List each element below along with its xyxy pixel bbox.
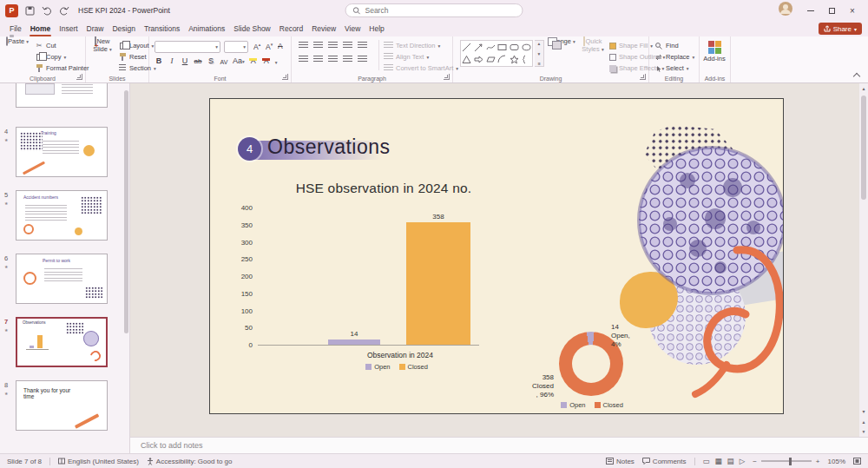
gallery-up-icon[interactable]: ▴	[538, 41, 541, 46]
menu-tab-file[interactable]: File	[5, 21, 26, 36]
shape-line-icon[interactable]	[461, 41, 473, 54]
slide-thumbnail-4[interactable]: Training	[16, 127, 108, 177]
powerpoint-app-icon[interactable]: P	[5, 4, 18, 17]
replace-button[interactable]: Replace ▾	[654, 51, 694, 63]
language-selector[interactable]: English (United States)	[58, 458, 139, 465]
select-button[interactable]: Select ▾	[654, 63, 694, 74]
menu-tab-view[interactable]: View	[340, 21, 365, 36]
collapse-ribbon-button[interactable]	[853, 72, 860, 79]
shape-triangle-icon[interactable]	[461, 54, 473, 67]
menu-tab-insert[interactable]: Insert	[55, 21, 82, 36]
decrease-indent-button[interactable]	[328, 42, 338, 49]
slide-thumbnail-partial[interactable]	[16, 83, 108, 108]
share-button[interactable]: Share ▾	[819, 23, 862, 35]
menu-tab-transitions[interactable]: Transitions	[140, 21, 184, 36]
notes-placeholder[interactable]: Click to add notes	[141, 441, 203, 450]
slide-title[interactable]: Observations	[267, 135, 391, 159]
bar-closed[interactable]	[406, 222, 470, 345]
notes-pane[interactable]: Click to add notes	[130, 437, 868, 453]
font-color-button[interactable]: A	[262, 57, 271, 65]
drawing-dialog-launcher-icon[interactable]	[640, 74, 646, 80]
slide-thumbnail-list[interactable]: Training 4★ Accident numbers 5★ Permit t…	[0, 83, 130, 453]
bar-chart-title[interactable]: HSE observation in 2024 no.	[262, 181, 505, 196]
slide-indicator[interactable]: Slide 7 of 8	[7, 458, 42, 465]
align-text-button[interactable]: Align Text ▾	[384, 51, 458, 63]
increase-indent-button[interactable]	[343, 42, 352, 49]
shape-arc-icon[interactable]	[496, 54, 509, 67]
slide-thumbnail-5[interactable]: Accident numbers	[16, 190, 108, 241]
highlight-color-button[interactable]: A	[249, 57, 258, 65]
shape-rounded-rectangle-icon[interactable]	[509, 41, 521, 54]
slide-thumbnail-6[interactable]: Permit to work	[16, 254, 108, 304]
format-painter-button[interactable]: Format Painter	[35, 63, 89, 74]
align-left-button[interactable]	[299, 56, 308, 63]
normal-view-button[interactable]: ▭	[703, 457, 710, 465]
shape-parallelogram-icon[interactable]	[484, 54, 496, 67]
zoom-level[interactable]: 105%	[828, 458, 845, 465]
font-dialog-launcher-icon[interactable]	[282, 74, 288, 80]
menu-tab-animations[interactable]: Animations	[184, 21, 229, 36]
menu-tab-draw[interactable]: Draw	[82, 21, 108, 36]
shape-squiggle-icon[interactable]	[484, 41, 496, 54]
find-button[interactable]: Find	[654, 40, 694, 51]
zoom-in-button[interactable]: +	[816, 458, 820, 465]
shapes-gallery[interactable]	[460, 40, 533, 67]
undo-button[interactable]	[42, 6, 52, 16]
columns-button[interactable]	[358, 56, 367, 63]
line-spacing-button[interactable]	[358, 42, 367, 49]
menu-tab-record[interactable]: Record	[275, 21, 307, 36]
paragraph-dialog-launcher-icon[interactable]	[444, 74, 450, 80]
slide-sorter-view-button[interactable]: ▦	[715, 457, 722, 465]
close-button[interactable]: ×	[842, 2, 863, 19]
clear-formatting-button[interactable]: A	[278, 42, 283, 50]
decrease-font-size-button[interactable]: A▾	[266, 42, 273, 51]
shape-ellipse-icon[interactable]	[520, 41, 532, 54]
search-box[interactable]	[345, 3, 523, 17]
slideshow-button[interactable]: ▷	[740, 457, 746, 465]
next-slide-button[interactable]: ▼	[859, 429, 868, 434]
scroll-down-icon[interactable]: ▾	[859, 408, 868, 414]
align-right-button[interactable]	[328, 56, 338, 63]
shapes-gallery-scroll[interactable]: ▴ ▾ ≡	[535, 40, 544, 67]
search-input[interactable]	[365, 6, 516, 15]
menu-tab-review[interactable]: Review	[307, 21, 340, 36]
scrollbar-thumb[interactable]	[861, 96, 866, 200]
scroll-up-icon[interactable]: ▴	[859, 85, 868, 91]
new-slide-button[interactable]: New Slide ▾	[88, 38, 117, 76]
gallery-more-icon[interactable]: ≡	[537, 61, 540, 66]
minimize-button[interactable]	[800, 2, 821, 19]
character-spacing-button[interactable]: AV	[220, 59, 228, 65]
shape-rectangle-icon[interactable]	[496, 41, 509, 54]
convert-to-smartart-button[interactable]: Convert to SmartArt ▾	[384, 63, 458, 74]
gallery-down-icon[interactable]: ▾	[538, 51, 541, 56]
paste-button[interactable]: Paste ▾	[3, 38, 32, 76]
reading-view-button[interactable]: ▤	[727, 457, 734, 465]
menu-tab-design[interactable]: Design	[108, 21, 139, 36]
slide-thumbnail-7[interactable]: Observations	[16, 317, 108, 367]
thumbnail-panel-scrollbar[interactable]	[124, 90, 128, 333]
previous-slide-button[interactable]: ▲	[859, 419, 868, 425]
clipboard-dialog-launcher-icon[interactable]	[76, 74, 82, 80]
redo-button[interactable]	[59, 6, 69, 16]
menu-tab-home[interactable]: Home	[26, 21, 56, 36]
user-avatar[interactable]	[779, 2, 792, 19]
italic-button[interactable]: I	[168, 56, 176, 65]
bar-open[interactable]	[328, 339, 380, 345]
increase-font-size-button[interactable]: A▴	[253, 42, 260, 51]
underline-button[interactable]: U	[181, 56, 189, 65]
zoom-slider[interactable]	[761, 460, 812, 462]
align-center-button[interactable]	[313, 56, 323, 63]
numbering-button[interactable]	[313, 42, 323, 49]
accessibility-status[interactable]: Accessibility: Good to go	[147, 458, 233, 465]
strikethrough-button[interactable]: ab	[194, 57, 202, 65]
text-shadow-button[interactable]: S	[207, 56, 215, 65]
save-button[interactable]	[25, 6, 35, 16]
comments-toggle[interactable]: Comments	[642, 458, 687, 465]
slide-canvas[interactable]: 4 Observations HSE observation in 2024 n…	[209, 98, 784, 414]
restore-button[interactable]	[821, 2, 842, 19]
arrange-button[interactable]: Arrange ▾	[547, 38, 576, 76]
vertical-scrollbar[interactable]: ▴ ▾ ▲ ▼	[859, 83, 868, 437]
text-direction-button[interactable]: Text Direction ▾	[384, 40, 458, 51]
notes-toggle[interactable]: Notes	[606, 458, 635, 465]
zoom-slider-handle[interactable]	[789, 458, 792, 465]
